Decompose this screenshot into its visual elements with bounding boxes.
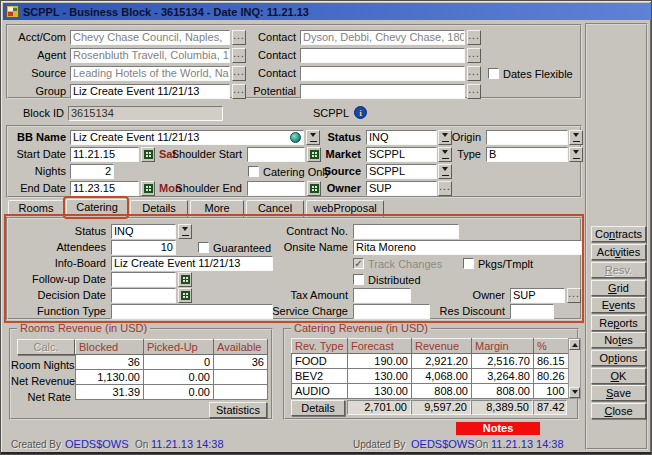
bb-name-value: Liz Create Event 11/21/13	[73, 131, 199, 143]
scroll-down-button[interactable]	[569, 387, 580, 398]
options-button[interactable]: Options	[591, 350, 646, 366]
catering-status-dropdown-button[interactable]	[178, 224, 192, 239]
events-button[interactable]: Events	[591, 297, 646, 313]
follow-up-date-field[interactable]	[111, 272, 176, 287]
table-scrollbar[interactable]	[568, 338, 581, 399]
acct-com-field[interactable]: Chevy Chase Council, Naples,	[70, 30, 230, 45]
type-field[interactable]: B	[486, 147, 568, 162]
end-date-calendar-button[interactable]	[141, 181, 155, 196]
calc-button: Calc.	[17, 339, 75, 355]
res-discount-label: Res Discount	[428, 304, 505, 319]
notes-lamp[interactable]: Notes	[456, 422, 540, 435]
reports-button[interactable]: Reports	[591, 315, 646, 331]
origin-field[interactable]	[486, 130, 568, 145]
start-date-field[interactable]: 11.21.15	[70, 147, 139, 162]
catering-only-checkbox[interactable]	[248, 166, 259, 177]
notes-button[interactable]: Notes	[591, 332, 646, 348]
service-charge-label: Service Charge	[248, 304, 348, 319]
group-field[interactable]: Liz Create Event 11/21/13	[70, 84, 230, 99]
nights-field[interactable]: 2	[70, 164, 114, 179]
info-icon[interactable]: i	[354, 106, 367, 119]
decision-date-field[interactable]	[111, 288, 176, 303]
agent-label: Agent	[10, 48, 66, 63]
table-row[interactable]: FOOD 190.00 2,921.20 2,516.70 86.15	[292, 354, 569, 369]
table-row[interactable]: AUDIO 130.00 808.00 808.00 100	[292, 384, 569, 399]
margin-total: 8,389.50	[471, 400, 533, 415]
tab-catering[interactable]: Catering	[66, 199, 128, 217]
bb-name-label: BB Name	[10, 130, 66, 145]
agent-field[interactable]: Rosenbluth Travell, Columbia, 1800-r	[70, 48, 230, 63]
res-discount-field[interactable]	[510, 304, 554, 319]
distributed-checkbox[interactable]	[353, 274, 364, 285]
bb-source-field[interactable]: SCPPL	[366, 164, 437, 179]
tab-webproposal[interactable]: webProposal	[306, 200, 384, 217]
shoulder-start-calendar-button[interactable]	[307, 147, 321, 162]
tab-rooms[interactable]: Rooms	[8, 200, 64, 217]
owner-field[interactable]: SUP	[366, 181, 437, 196]
ok-button[interactable]: OK	[591, 368, 646, 384]
business-block-window: SCPPL - Business Block - 3615134 - Date …	[0, 0, 652, 455]
margin-cell: 3,264.80	[472, 369, 534, 384]
end-date-field[interactable]: 11.23.15	[70, 181, 139, 196]
statistics-button[interactable]: Statistics	[209, 402, 267, 418]
info-board-field[interactable]: Liz Create Event 11/21/13	[111, 256, 273, 271]
net-rate-blocked: 31.39	[76, 385, 144, 400]
bb-name-dropdown-button[interactable]	[306, 130, 320, 145]
activities-button[interactable]: Activities	[591, 244, 646, 260]
tab-details[interactable]: Details	[130, 200, 188, 217]
created-on-label: On	[135, 439, 148, 450]
owner-lov-button[interactable]: ...	[438, 181, 452, 196]
onsite-name-field[interactable]: Rita Moreno	[353, 240, 582, 255]
contact2-field[interactable]	[300, 48, 465, 63]
contact1-field[interactable]: Dyson, Debbi, Chevy Chase, 1800-123-	[300, 30, 465, 45]
potential-lov-button[interactable]: ...	[467, 84, 481, 99]
bb-name-field[interactable]: Liz Create Event 11/21/13	[70, 130, 304, 145]
type-dropdown-button[interactable]	[569, 147, 583, 162]
shoulder-end-field[interactable]	[247, 181, 305, 196]
title-bar: SCPPL - Business Block - 3615134 - Date …	[3, 3, 651, 20]
catering-status-field[interactable]: INQ	[111, 224, 176, 239]
forecast-cell: 130.00	[348, 384, 412, 399]
save-button[interactable]: Save	[591, 385, 646, 401]
contact3-lov-button[interactable]: ...	[467, 66, 481, 81]
net-revenue-blocked: 1,130.00	[76, 370, 144, 385]
pkgs-tmplt-label: Pkgs/Tmplt	[478, 258, 533, 271]
tax-amount-field[interactable]	[353, 288, 411, 303]
rev-type-column-header: Rev. Type	[292, 339, 348, 354]
origin-dropdown-button[interactable]	[569, 130, 583, 145]
close-button[interactable]: Close	[591, 403, 646, 419]
source-field[interactable]: Leading Hotels of the World, Naples,	[70, 66, 230, 81]
guaranteed-checkbox[interactable]	[198, 242, 209, 253]
rev-type-cell: AUDIO	[292, 384, 348, 399]
start-date-calendar-button[interactable]	[141, 147, 155, 162]
grid-button[interactable]: Grid	[591, 280, 646, 296]
service-charge-field[interactable]	[353, 304, 430, 319]
pkgs-tmplt-checkbox[interactable]	[463, 258, 474, 269]
scroll-up-button[interactable]	[569, 339, 580, 350]
margin-cell: 2,516.70	[472, 354, 534, 369]
attendees-field[interactable]: 10	[111, 240, 176, 255]
potential-field[interactable]	[300, 84, 465, 99]
table-row[interactable]: BEV2 130.00 4,068.00 3,264.80 80.26	[292, 369, 569, 384]
contract-no-field[interactable]	[353, 224, 459, 239]
dates-flexible-checkbox[interactable]	[488, 68, 499, 79]
catering-owner-field[interactable]: SUP	[510, 288, 565, 303]
contracts-button[interactable]: Contracts	[591, 226, 646, 242]
shoulder-end-calendar-button[interactable]	[307, 181, 321, 196]
bb-source-dropdown-button[interactable]	[438, 164, 452, 179]
follow-up-calendar-button[interactable]	[178, 272, 192, 287]
tab-cancel[interactable]: Cancel	[246, 200, 304, 217]
tab-more[interactable]: More	[190, 200, 244, 217]
contact2-lov-button[interactable]: ...	[467, 48, 481, 63]
globe-icon[interactable]	[290, 132, 301, 143]
market-field[interactable]: SCPPL	[366, 147, 437, 162]
catering-owner-lov-button[interactable]: ...	[567, 288, 581, 303]
contact1-lov-button[interactable]: ...	[467, 30, 481, 45]
decision-calendar-button[interactable]	[178, 288, 192, 303]
contact3-field[interactable]	[300, 66, 465, 81]
status-field[interactable]: INQ	[366, 130, 437, 145]
shoulder-start-field[interactable]	[247, 147, 305, 162]
details-button[interactable]: Details	[291, 400, 345, 416]
nights-label: Nights	[10, 164, 66, 179]
onsite-name-label: Onsite Name	[248, 240, 348, 255]
